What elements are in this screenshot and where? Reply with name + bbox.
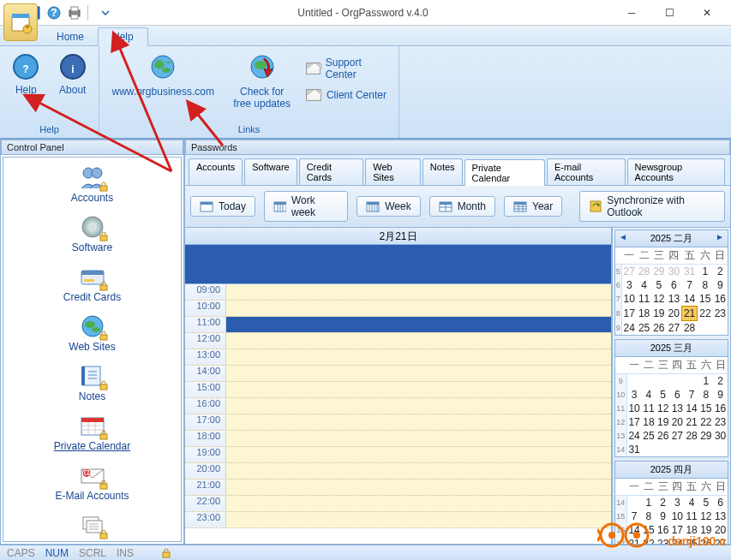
time-slot[interactable] xyxy=(226,496,611,511)
cal-day[interactable] xyxy=(698,443,713,456)
time-slot[interactable] xyxy=(226,284,611,300)
cal-day[interactable]: 3 xyxy=(670,496,685,510)
time-slot[interactable] xyxy=(226,463,611,479)
tab-e-mail-accounts[interactable]: E-mail Accounts xyxy=(547,158,626,185)
time-row[interactable]: 09:00 xyxy=(185,284,611,301)
cal-day[interactable]: 8 xyxy=(698,388,713,402)
time-row[interactable]: 14:00 xyxy=(185,366,611,382)
time-slot[interactable] xyxy=(226,317,611,332)
time-slot[interactable] xyxy=(226,301,611,316)
qat-help-icon[interactable]: ? xyxy=(46,5,62,21)
cal-day[interactable]: 1 xyxy=(642,496,656,510)
cal-day[interactable]: 23 xyxy=(713,415,728,429)
year-button[interactable]: Year xyxy=(504,196,562,217)
cal-day[interactable]: 11 xyxy=(642,402,656,415)
cal-day[interactable]: 9 xyxy=(656,509,670,523)
tab-notes[interactable]: Notes xyxy=(422,158,463,185)
cal-day[interactable] xyxy=(656,374,670,389)
cal-day[interactable]: 3 xyxy=(626,388,641,402)
cal-day[interactable]: 24 xyxy=(621,321,637,336)
cal-day[interactable]: 12 xyxy=(656,402,670,415)
time-row[interactable]: 17:00 xyxy=(185,414,611,431)
cal-day[interactable]: 18 xyxy=(642,415,656,429)
time-row[interactable]: 12:00 xyxy=(185,333,611,349)
cal-day[interactable]: 30 xyxy=(713,429,728,443)
cal-day[interactable]: 9 xyxy=(713,388,728,402)
time-slot[interactable] xyxy=(226,447,611,462)
sidebar-item-e-mail-accounts[interactable]: @E-Mail Accounts xyxy=(3,459,181,509)
cal-day[interactable]: 4 xyxy=(642,388,656,402)
cal-day[interactable]: 8 xyxy=(698,278,713,292)
cal-day[interactable]: 28 xyxy=(637,265,651,279)
next-month-icon[interactable]: ► xyxy=(716,232,724,241)
qat-customize-icon[interactable] xyxy=(98,5,113,21)
cal-day[interactable]: 12 xyxy=(651,292,666,307)
cal-day[interactable]: 1 xyxy=(698,374,713,389)
cal-day[interactable]: 16 xyxy=(713,292,728,307)
cal-day[interactable] xyxy=(642,443,656,456)
check-updates-button[interactable]: Check for free updates xyxy=(230,50,293,110)
cal-day[interactable]: 2 xyxy=(713,265,728,279)
qat-print-icon[interactable] xyxy=(67,5,82,21)
sidebar-item-software[interactable]: Software xyxy=(3,211,181,260)
time-row[interactable]: 10:00 xyxy=(185,301,611,317)
time-slot[interactable] xyxy=(226,349,611,365)
cal-day[interactable]: 19 xyxy=(651,307,666,321)
cal-day[interactable]: 29 xyxy=(651,265,666,279)
cal-day[interactable]: 19 xyxy=(656,415,670,429)
cal-day[interactable]: 11 xyxy=(685,509,699,523)
time-row[interactable]: 23:00 xyxy=(185,512,611,528)
cal-day[interactable]: 27 xyxy=(666,321,681,336)
cal-day[interactable] xyxy=(713,321,728,336)
website-button[interactable]: www.orgbusiness.com xyxy=(108,50,218,98)
cal-day[interactable]: 30 xyxy=(666,265,681,279)
time-row[interactable]: 13:00 xyxy=(185,349,611,366)
time-row[interactable]: 19:00 xyxy=(185,447,611,463)
support-center-link[interactable]: Support Center xyxy=(306,57,390,80)
time-row[interactable]: 16:00 xyxy=(185,398,611,414)
month-button[interactable]: Month xyxy=(429,196,495,217)
cal-day[interactable]: 25 xyxy=(642,429,656,443)
help-button[interactable]: ? Help xyxy=(9,50,44,96)
cal-day[interactable]: 4 xyxy=(637,278,651,292)
cal-day[interactable]: 26 xyxy=(656,429,670,443)
cal-day[interactable]: 24 xyxy=(626,429,641,443)
cal-day[interactable]: 28 xyxy=(685,429,699,443)
sidebar-item-web-sites[interactable]: Web Sites xyxy=(3,310,181,360)
cal-day[interactable]: 9 xyxy=(713,278,728,292)
sync-outlook-button[interactable]: Synchronize with Outlook xyxy=(579,191,725,222)
cal-day[interactable]: 21 xyxy=(685,415,699,429)
cal-day[interactable]: 2 xyxy=(656,496,670,510)
cal-day[interactable]: 23 xyxy=(713,307,728,321)
ribbon-tab-help[interactable]: Help xyxy=(98,27,148,46)
cal-day[interactable]: 14 xyxy=(685,402,699,415)
time-slot[interactable] xyxy=(226,382,611,397)
cal-day[interactable] xyxy=(713,443,728,456)
cal-day[interactable] xyxy=(685,374,699,389)
time-row[interactable]: 18:00 xyxy=(185,431,611,447)
cal-day[interactable] xyxy=(626,496,641,510)
cal-day[interactable]: 7 xyxy=(681,278,698,292)
tab-web-sites[interactable]: Web Sites xyxy=(365,158,421,185)
cal-day[interactable] xyxy=(656,443,670,456)
cal-day[interactable] xyxy=(698,321,713,336)
cal-day[interactable] xyxy=(642,374,656,389)
time-slot[interactable] xyxy=(226,512,611,527)
time-slot[interactable] xyxy=(226,398,611,414)
cal-day[interactable]: 10 xyxy=(621,292,637,307)
about-button[interactable]: i About xyxy=(56,50,91,96)
cal-day[interactable]: 20 xyxy=(670,415,685,429)
tab-accounts[interactable]: Accounts xyxy=(189,158,243,185)
cal-day[interactable]: 22 xyxy=(698,307,713,321)
cal-day[interactable]: 27 xyxy=(670,429,685,443)
tab-newsgroup-accounts[interactable]: Newsgroup Accounts xyxy=(627,158,725,185)
cal-day[interactable]: 6 xyxy=(666,278,681,292)
cal-day[interactable]: 4 xyxy=(685,496,699,510)
week-button[interactable]: Week xyxy=(357,196,420,217)
cal-day[interactable] xyxy=(685,443,699,456)
time-row[interactable]: 20:00 xyxy=(185,463,611,480)
cal-day[interactable]: 27 xyxy=(621,265,637,279)
cal-day[interactable]: 17 xyxy=(621,307,637,321)
cal-day[interactable]: 18 xyxy=(637,307,651,321)
time-row[interactable]: 22:00 xyxy=(185,496,611,512)
